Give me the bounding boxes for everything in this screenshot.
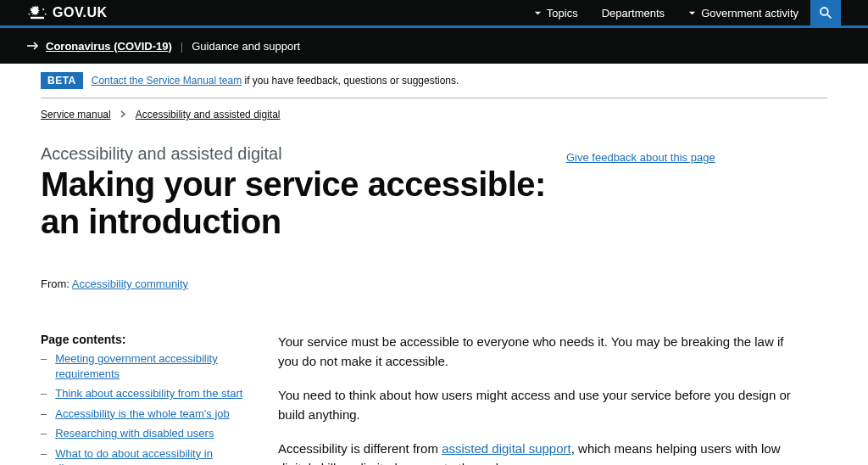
assisted-digital-link[interactable]: assisted digital support	[442, 441, 571, 456]
breadcrumb: Service manual Accessibility and assiste…	[41, 98, 827, 126]
arrow-right-icon	[27, 42, 39, 50]
toc-item: Researching with disabled users	[41, 426, 253, 441]
breadcrumb-section[interactable]: Accessibility and assisted digital	[136, 109, 281, 120]
intro-paragraph: Accessibility is different from assisted…	[278, 440, 804, 465]
feedback-link[interactable]: Give feedback about this page	[566, 151, 715, 164]
chevron-right-icon	[120, 109, 126, 120]
search-icon	[819, 6, 832, 20]
svg-point-4	[45, 14, 47, 15]
nav-departments[interactable]: Departments	[590, 0, 676, 25]
super-title: Accessibility and assisted digital	[41, 144, 566, 164]
beta-banner: BETA Contact the Service Manual team if …	[41, 64, 827, 98]
toc-item: Meeting government accessibility require…	[41, 351, 253, 381]
svg-point-3	[28, 14, 30, 15]
from-line: From: Accessibility community	[41, 277, 827, 290]
toc-heading: Page contents:	[41, 333, 253, 346]
breadcrumb-root[interactable]: Service manual	[41, 109, 111, 120]
svg-point-2	[42, 8, 44, 10]
toc-item: What to do about accessibility in discov…	[41, 446, 253, 465]
nav-topics[interactable]: Topics	[522, 0, 590, 25]
chevron-down-icon	[534, 9, 542, 17]
from-link[interactable]: Accessibility community	[72, 277, 188, 290]
chevron-down-icon	[688, 9, 696, 17]
intro-paragraph: You need to think about how users might …	[278, 386, 804, 424]
intro-paragraph: Your service must be accessible to every…	[278, 333, 804, 371]
toc-item: Accessibility is the whole team's job	[41, 406, 253, 422]
logo-text: GOV.UK	[53, 5, 108, 20]
svg-line-7	[827, 14, 831, 18]
svg-point-1	[31, 8, 32, 10]
svg-point-6	[821, 8, 828, 15]
crown-icon	[27, 4, 47, 21]
search-button[interactable]	[810, 0, 841, 25]
nav-government-activity[interactable]: Government activity	[676, 0, 810, 25]
beta-tag: BETA	[41, 72, 83, 89]
svg-rect-5	[31, 17, 44, 19]
covid-link[interactable]: Coronavirus (COVID-19)	[46, 40, 172, 53]
covid-text: Guidance and support	[192, 40, 300, 53]
page-title: Making your service accessible: an intro…	[41, 165, 566, 240]
beta-contact-link[interactable]: Contact the Service Manual team	[92, 75, 242, 87]
svg-point-0	[36, 6, 38, 8]
toc-item: Think about accessibility from the start	[41, 386, 253, 401]
govuk-logo[interactable]: GOV.UK	[27, 4, 108, 21]
